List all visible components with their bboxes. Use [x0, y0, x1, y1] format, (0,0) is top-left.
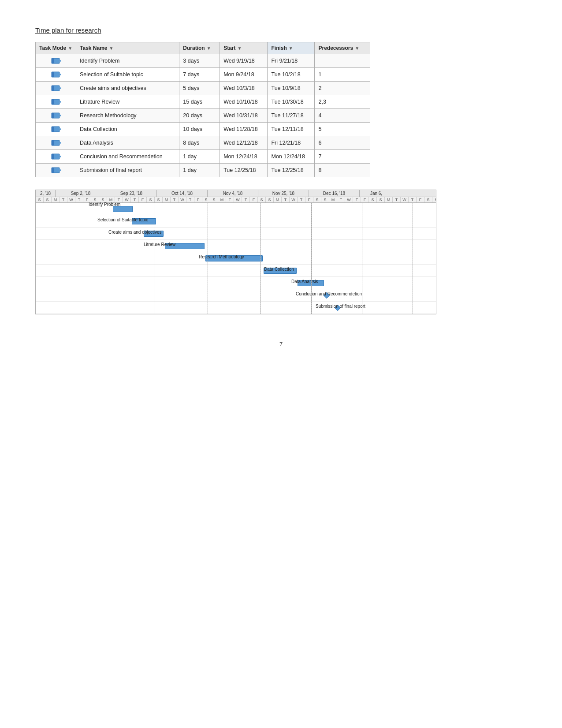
svg-marker-5: [60, 73, 61, 76]
gantt-bar-label: Create aims and objectives: [108, 230, 162, 235]
task-start-cell: Wed 10/31/18: [220, 109, 268, 123]
duration-dropdown-icon[interactable]: ▼: [207, 46, 211, 51]
task-mode-cell: [36, 164, 76, 177]
table-row: Litrature Review15 daysWed 10/10/18Tue 1…: [36, 95, 370, 109]
task-start-cell: Wed 11/28/18: [220, 123, 268, 136]
col-header-task-name[interactable]: Task Name ▼: [76, 42, 179, 54]
gantt-grid-line: [155, 203, 155, 314]
task-name-cell: Litrature Review: [76, 95, 179, 109]
svg-rect-13: [52, 113, 54, 118]
gantt-day-label: M: [218, 197, 226, 202]
col-header-finish[interactable]: Finish ▼: [268, 42, 315, 54]
gantt-grid-line: [311, 203, 312, 314]
start-dropdown-icon[interactable]: ▼: [238, 46, 242, 51]
gantt-day-label: S: [313, 197, 321, 202]
predecessors-dropdown-icon[interactable]: ▼: [355, 46, 359, 51]
task-mode-cell: [36, 95, 76, 109]
task-pred-cell: 5: [315, 123, 370, 136]
task-start-cell: Wed 10/3/18: [220, 82, 268, 95]
gantt-day-label: W: [234, 197, 242, 202]
gantt-bar-label: Research Methodology: [199, 254, 244, 259]
task-mode-cell: [36, 109, 76, 123]
col-header-predecessors[interactable]: Predecessors ▼: [315, 42, 370, 54]
table-row: Data Analysis8 daysWed 12/12/18Fri 12/21…: [36, 136, 370, 150]
table-row: Data Collection10 daysWed 11/28/18Tue 12…: [36, 123, 370, 136]
gantt-day-label: T: [242, 197, 250, 202]
gantt-day-label: S: [44, 197, 52, 202]
gantt-row: Data Collection: [36, 265, 436, 277]
gantt-day-label: W: [179, 197, 186, 202]
task-mode-cell: [36, 123, 76, 136]
svg-rect-19: [52, 140, 54, 146]
task-duration-cell: 5 days: [179, 82, 220, 95]
task-pred-cell: 2: [315, 82, 370, 95]
task-finish-cell: Tue 12/25/18: [268, 164, 315, 177]
gantt-day-label: S: [202, 197, 210, 202]
task-pred-cell: 1: [315, 68, 370, 82]
gantt-body: Identify ProblemSelection of Suitable to…: [36, 203, 436, 314]
task-start-cell: Wed 9/19/18: [220, 54, 268, 68]
gantt-day-label: S: [147, 197, 155, 202]
task-finish-cell: Tue 10/30/18: [268, 95, 315, 109]
gantt-period-label: Sep 23, '18: [106, 190, 157, 197]
gantt-bar-label: Data Analysis: [291, 279, 318, 284]
gantt-row: Submission of final report: [36, 302, 436, 314]
task-name-cell: Selection of Suitable topic: [76, 68, 179, 82]
task-duration-cell: 20 days: [179, 109, 220, 123]
gantt-bar-label: Conclusion and Recommendetion: [296, 291, 362, 296]
task-mode-dropdown-icon[interactable]: ▼: [68, 46, 72, 51]
gantt-day-label: S: [36, 197, 44, 202]
gantt-period-label: Oct 14, '18: [157, 190, 208, 197]
gantt-day-label: W: [123, 197, 131, 202]
gantt-row: Litrature Review: [36, 240, 436, 252]
gantt-day-label: M: [385, 197, 393, 202]
gantt-day-label: T: [409, 197, 417, 202]
gantt-day-label: F: [361, 197, 369, 202]
task-finish-cell: Tue 10/2/18: [268, 68, 315, 82]
gantt-day-label: S: [424, 197, 432, 202]
task-duration-cell: 7 days: [179, 68, 220, 82]
gantt-day-label: M: [163, 197, 171, 202]
gantt-day-label: M: [52, 197, 60, 202]
gantt-day-label: W: [345, 197, 353, 202]
task-mode-cell: [36, 68, 76, 82]
task-duration-cell: 15 days: [179, 95, 220, 109]
task-start-cell: Mon 9/24/18: [220, 68, 268, 82]
svg-rect-7: [52, 86, 54, 91]
gantt-day-label: T: [337, 197, 345, 202]
table-row: Create aims and objectives5 daysWed 10/3…: [36, 82, 370, 95]
svg-marker-2: [60, 60, 61, 62]
gantt-day-label: T: [171, 197, 179, 202]
col-header-duration[interactable]: Duration ▼: [179, 42, 220, 54]
gantt-row: Create aims and objectives: [36, 228, 436, 240]
finish-dropdown-icon[interactable]: ▼: [289, 46, 293, 51]
gantt-period-label: Jan 6,: [360, 190, 393, 197]
gantt-chart: 2, '18Sep 2, '18Sep 23, '18Oct 14, '18No…: [35, 190, 436, 314]
task-finish-cell: Tue 10/9/18: [268, 82, 315, 95]
task-mode-cell: [36, 136, 76, 150]
col-header-task-mode[interactable]: Task Mode ▼: [36, 42, 76, 54]
table-row: Identify Problem3 daysWed 9/19/18Fri 9/2…: [36, 54, 370, 68]
col-header-start[interactable]: Start ▼: [220, 42, 268, 54]
task-mode-cell: [36, 54, 76, 68]
gantt-day-label: M: [274, 197, 282, 202]
gantt-day-label: T: [186, 197, 194, 202]
gantt-bar-label: Litrature Review: [144, 242, 175, 247]
task-name-dropdown-icon[interactable]: ▼: [109, 46, 114, 51]
task-name-cell: Research Methodology: [76, 109, 179, 123]
gantt-day-label: T: [60, 197, 67, 202]
table-row: Selection of Suitable topic7 daysMon 9/2…: [36, 68, 370, 82]
task-finish-cell: Tue 11/27/18: [268, 109, 315, 123]
svg-rect-4: [52, 72, 54, 77]
gantt-row: Research Methodology: [36, 252, 436, 265]
gantt-row: Selection of Suitable topic: [36, 215, 436, 228]
task-finish-cell: Fri 9/21/18: [268, 54, 315, 68]
gantt-day-label: F: [305, 197, 313, 202]
gantt-day-label: F: [250, 197, 258, 202]
gantt-row: Identify Problem: [36, 203, 436, 215]
gantt-grid-line: [413, 203, 413, 314]
svg-marker-17: [60, 128, 61, 131]
task-start-cell: Wed 10/10/18: [220, 95, 268, 109]
task-name-cell: Data Analysis: [76, 136, 179, 150]
task-finish-cell: Mon 12/24/18: [268, 150, 315, 164]
